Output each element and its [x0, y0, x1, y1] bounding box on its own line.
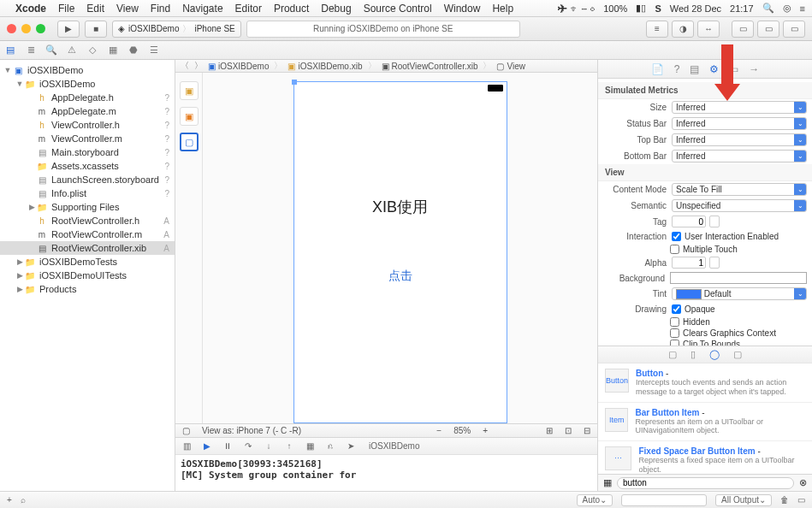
- test-navigator-icon[interactable]: ◇: [86, 44, 99, 57]
- tree-row[interactable]: ▤RootViewController.xibA: [0, 241, 175, 255]
- alpha-field[interactable]: [672, 257, 706, 269]
- toggle-debug-icon[interactable]: ▥: [181, 441, 193, 451]
- menu-help[interactable]: Help: [492, 3, 513, 15]
- view-object-icon[interactable]: ▢: [180, 133, 199, 151]
- tree-row[interactable]: hRootViewController.hA: [0, 214, 175, 227]
- siri-icon[interactable]: ◎: [783, 3, 791, 14]
- project-navigator[interactable]: ▼▣iOSXIBDemo▼📁iOSXIBDemohAppDelegate.h?m…: [0, 60, 175, 491]
- toggle-panes-icon[interactable]: ▭: [797, 495, 805, 505]
- tree-row[interactable]: ▶📁iOSXIBDemoTests: [0, 255, 175, 269]
- step-out-icon[interactable]: ↑: [283, 441, 295, 451]
- jump-object[interactable]: View: [507, 62, 525, 71]
- zoom-in-button[interactable]: +: [483, 426, 488, 435]
- contentmode-popup[interactable]: Scale To Fill⌄: [672, 183, 807, 196]
- back-button[interactable]: 〈: [181, 60, 189, 72]
- report-navigator-icon[interactable]: ☰: [147, 44, 161, 57]
- jump-xib[interactable]: iOSXIBDemo.xib: [298, 62, 362, 71]
- menu-window[interactable]: Window: [444, 3, 481, 15]
- tree-row[interactable]: mAppDelegate.m?: [0, 104, 175, 118]
- background-colorwell[interactable]: [670, 272, 807, 284]
- stop-button[interactable]: ■: [85, 21, 107, 38]
- issue-navigator-icon[interactable]: ⚠: [65, 44, 79, 57]
- canvas-button[interactable]: 点击: [294, 269, 507, 284]
- tag-stepper[interactable]: [709, 216, 720, 227]
- tree-row[interactable]: ▼▣iOSXIBDemo: [0, 63, 175, 77]
- canvas-footer-icon3[interactable]: ⊟: [584, 426, 590, 435]
- tree-row[interactable]: hViewController.h?: [0, 118, 175, 132]
- tree-row[interactable]: ▶📁iOSXIBDemoUITests: [0, 269, 175, 282]
- tree-row[interactable]: mRootViewController.mA: [0, 227, 175, 241]
- filter-icon[interactable]: ⌕: [21, 495, 26, 505]
- spotlight-icon[interactable]: 🔍: [762, 3, 774, 14]
- breakpoint-navigator-icon[interactable]: ⬣: [127, 44, 140, 57]
- file-inspector-icon[interactable]: 📄: [651, 63, 664, 75]
- clears-graphics-checkbox[interactable]: [670, 328, 679, 338]
- tree-row[interactable]: ▶📁Products: [0, 282, 175, 296]
- library-item[interactable]: ⋯Fixed Space Bar Button Item - Represent…: [598, 441, 812, 474]
- toggle-utilities-button[interactable]: ▭: [783, 21, 805, 38]
- opaque-checkbox[interactable]: [672, 304, 681, 314]
- tree-row[interactable]: ▼📁iOSXIBDemo: [0, 77, 175, 91]
- assistant-editor-button[interactable]: ◑: [672, 21, 694, 38]
- zoom-window-icon[interactable]: [36, 24, 45, 33]
- object-library-icon[interactable]: ◯: [709, 349, 720, 360]
- connections-inspector-icon[interactable]: →: [749, 63, 759, 75]
- menu-find[interactable]: Find: [151, 3, 170, 15]
- jump-bar[interactable]: 〈 〉 ▣iOSXIBDemo 〉 ▣iOSXIBDemo.xib 〉 ▣Roo…: [175, 60, 597, 73]
- close-window-icon[interactable]: [7, 24, 16, 33]
- library-filter-input[interactable]: [617, 477, 794, 489]
- location-icon[interactable]: ➤: [345, 441, 357, 451]
- debug-process[interactable]: iOSXIBDemo: [369, 441, 419, 451]
- tree-row[interactable]: ▶📁Supporting Files: [0, 200, 175, 214]
- jump-file[interactable]: RootViewController.xib: [392, 62, 478, 71]
- media-library-icon[interactable]: ▢: [733, 349, 742, 360]
- menu-edit[interactable]: Edit: [86, 3, 104, 15]
- canvas-footer-icon2[interactable]: ⊡: [565, 426, 572, 435]
- jump-project[interactable]: iOSXIBDemo: [218, 62, 269, 71]
- menu-editor[interactable]: Editor: [235, 3, 262, 15]
- find-navigator-icon[interactable]: 🔍: [44, 44, 58, 57]
- tree-row[interactable]: mViewController.m?: [0, 132, 175, 145]
- minimize-window-icon[interactable]: [21, 24, 31, 33]
- zoom-out-button[interactable]: −: [436, 426, 442, 435]
- tree-row[interactable]: ▤LaunchScreen.storyboard?: [0, 173, 175, 186]
- size-inspector-icon[interactable]: ▭: [729, 63, 738, 75]
- menu-product[interactable]: Product: [274, 3, 309, 15]
- attributes-inspector-icon[interactable]: ⚙: [709, 63, 719, 75]
- version-editor-button[interactable]: ↔: [697, 21, 720, 38]
- clear-filter-icon[interactable]: ⊗: [799, 477, 807, 488]
- root-view[interactable]: XIB使用 点击: [293, 81, 507, 423]
- topbar-popup[interactable]: Inferred⌄: [672, 133, 807, 146]
- library-item[interactable]: ItemBar Button Item - Represents an item…: [598, 403, 812, 442]
- pause-icon[interactable]: ⏸: [222, 441, 234, 451]
- canvas-label[interactable]: XIB使用: [294, 197, 507, 217]
- auto-popup[interactable]: Auto ⌄: [577, 494, 613, 506]
- file-template-icon[interactable]: ▢: [668, 349, 677, 360]
- window-controls[interactable]: [7, 24, 45, 33]
- step-into-icon[interactable]: ↓: [263, 441, 275, 451]
- placeholder-first-responder-icon[interactable]: ▣: [180, 107, 199, 126]
- placeholder-files-owner-icon[interactable]: ▣: [180, 81, 199, 100]
- menu-debug[interactable]: Debug: [321, 3, 351, 15]
- size-popup[interactable]: Inferred⌄: [672, 101, 807, 114]
- alpha-stepper[interactable]: [709, 257, 720, 269]
- identity-inspector-icon[interactable]: ▤: [690, 63, 699, 75]
- document-outline-toggle-icon[interactable]: ▢: [182, 426, 190, 435]
- statusbar-popup[interactable]: Inferred⌄: [672, 117, 807, 130]
- menu-view[interactable]: View: [116, 3, 139, 15]
- console-output[interactable]: iOSXIBDemo[30993:3452168] [MC] System gr…: [175, 455, 597, 491]
- clear-console-icon[interactable]: 🗑: [780, 495, 789, 505]
- clip-bounds-checkbox[interactable]: [670, 340, 679, 346]
- canvas-footer-icon[interactable]: ⊞: [546, 426, 553, 435]
- scheme-selector[interactable]: ◈ iOSXIBDemo 〉 iPhone SE: [112, 21, 241, 38]
- debug-navigator-icon[interactable]: ▦: [106, 44, 120, 57]
- semantic-popup[interactable]: Unspecified⌄: [672, 199, 807, 212]
- notification-center-icon[interactable]: ≡: [800, 3, 805, 14]
- help-inspector-icon[interactable]: ?: [674, 63, 680, 75]
- tree-row[interactable]: hAppDelegate.h?: [0, 91, 175, 104]
- project-navigator-icon[interactable]: ▤: [3, 44, 17, 57]
- memory-icon[interactable]: ⎌: [324, 441, 336, 451]
- tree-row[interactable]: ▤Main.storyboard?: [0, 145, 175, 159]
- multitouch-checkbox[interactable]: [670, 245, 679, 254]
- standard-editor-button[interactable]: ≡: [646, 21, 668, 38]
